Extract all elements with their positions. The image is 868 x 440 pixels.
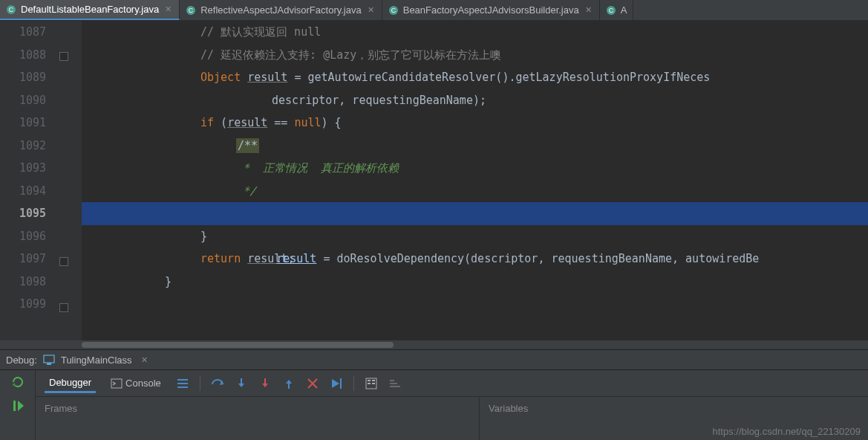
close-icon[interactable]: ✕ xyxy=(141,355,148,365)
debug-title: Debug: xyxy=(6,355,37,366)
step-over-icon[interactable] xyxy=(211,377,224,390)
code-line: } xyxy=(82,271,868,294)
code-line: } xyxy=(82,225,868,248)
run-config-icon xyxy=(43,354,55,366)
svg-rect-23 xyxy=(390,383,397,384)
fold-column xyxy=(56,21,82,340)
debug-toolwindow-header: Debug: TulingMainClass ✕ xyxy=(0,349,868,370)
code-line: /** xyxy=(82,135,868,158)
svg-rect-16 xyxy=(340,378,342,389)
svg-rect-21 xyxy=(372,383,375,384)
svg-rect-19 xyxy=(372,380,375,381)
svg-rect-13 xyxy=(177,379,188,381)
frames-panel[interactable]: Frames xyxy=(36,397,480,440)
debug-body: Debugger Console xyxy=(0,370,868,440)
class-icon: C xyxy=(186,5,196,16)
resume-icon[interactable] xyxy=(10,398,25,413)
code-line: // 延迟依赖注入支持: @Lazy，别忘了它可以标在方法上噢 xyxy=(82,44,868,67)
file-tab-2[interactable]: C BeanFactoryAspectJAdvisorsBuilder.java… xyxy=(382,0,600,20)
svg-rect-11 xyxy=(13,401,16,411)
tab-label: ReflectiveAspectJAdvisorFactory.java xyxy=(200,4,362,16)
run-to-cursor-icon[interactable] xyxy=(330,377,343,390)
debugger-tabs: Debugger Console xyxy=(36,370,868,397)
variables-panel[interactable]: Variables https://blog.csdn.net/qq_22130… xyxy=(480,397,868,440)
code-line: // 默认实现返回 null xyxy=(82,21,868,44)
tab-label: BeanFactoryAspectJAdvisorsBuilder.java xyxy=(403,4,579,16)
svg-rect-10 xyxy=(47,363,51,365)
svg-rect-15 xyxy=(177,386,188,388)
code-line: if (result == null) { xyxy=(82,111,868,135)
svg-rect-22 xyxy=(390,380,394,381)
watermark-text: https://blog.csdn.net/qq_22130209 xyxy=(713,426,861,437)
tab-label: DefaultListableBeanFactory.java xyxy=(21,4,159,15)
run-config-name[interactable]: TulingMainClass xyxy=(61,355,132,366)
variables-title: Variables xyxy=(489,403,528,414)
svg-rect-20 xyxy=(368,383,371,384)
current-line: result = doResolveDependency(descriptor,… xyxy=(82,202,868,225)
code-line: descriptor, requestingBeanName); xyxy=(82,89,868,112)
close-icon[interactable]: ✕ xyxy=(584,5,593,15)
code-area[interactable]: // 默认实现返回 null // 延迟依赖注入支持: @Lazy，别忘了它可以… xyxy=(82,21,868,340)
svg-rect-14 xyxy=(177,383,188,384)
debug-side-toolbar xyxy=(0,370,36,440)
console-tab[interactable]: Console xyxy=(106,375,166,392)
code-line xyxy=(82,293,868,316)
file-tab-3[interactable]: C A xyxy=(600,0,634,20)
line-number-gutter: 1087108810891090109110921093109410951096… xyxy=(0,21,56,340)
tab-label: A xyxy=(621,4,627,16)
trace-icon[interactable] xyxy=(388,377,402,390)
svg-text:C: C xyxy=(391,7,396,14)
svg-text:C: C xyxy=(608,7,613,14)
svg-text:C: C xyxy=(189,7,194,14)
close-icon[interactable]: ✕ xyxy=(163,4,173,14)
file-tab-0[interactable]: C DefaultListableBeanFactory.java ✕ xyxy=(0,0,180,20)
code-line: */ xyxy=(82,180,868,203)
fold-marker-icon[interactable] xyxy=(59,52,68,61)
step-into-icon[interactable] xyxy=(235,377,248,390)
class-icon: C xyxy=(6,4,16,15)
threads-icon[interactable] xyxy=(176,377,189,390)
code-line: Object result = getAutowireCandidateReso… xyxy=(82,66,868,89)
file-tab-1[interactable]: C ReflectiveAspectJAdvisorFactory.java ✕ xyxy=(180,0,382,20)
horizontal-scrollbar[interactable] xyxy=(0,340,868,349)
class-icon: C xyxy=(606,5,616,16)
close-icon[interactable]: ✕ xyxy=(366,5,376,15)
evaluate-icon[interactable] xyxy=(365,377,378,390)
file-tabs: C DefaultListableBeanFactory.java ✕ C Re… xyxy=(0,0,868,21)
svg-rect-9 xyxy=(44,355,54,363)
rerun-icon[interactable] xyxy=(10,375,25,389)
drop-frame-icon[interactable] xyxy=(306,377,319,390)
frames-title: Frames xyxy=(45,403,77,414)
svg-text:C: C xyxy=(9,6,14,13)
step-out-icon[interactable] xyxy=(282,377,296,390)
svg-rect-18 xyxy=(368,380,371,381)
svg-rect-12 xyxy=(111,379,122,388)
force-step-into-icon[interactable] xyxy=(258,377,272,390)
code-line: * 正常情况 真正的解析依赖 xyxy=(82,157,868,180)
svg-rect-24 xyxy=(390,386,400,387)
fold-marker-icon[interactable] xyxy=(59,257,68,266)
class-icon: C xyxy=(388,5,399,16)
debugger-tab[interactable]: Debugger xyxy=(45,374,96,393)
fold-marker-icon[interactable] xyxy=(59,303,68,312)
code-editor: 1087108810891090109110921093109410951096… xyxy=(0,21,868,340)
scrollbar-thumb[interactable] xyxy=(82,342,394,348)
